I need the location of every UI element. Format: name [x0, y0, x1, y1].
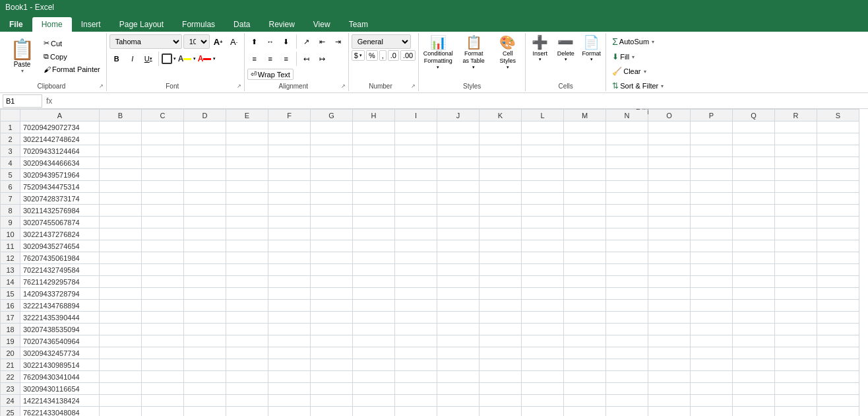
cell-I4[interactable]	[395, 157, 437, 169]
cell-D11[interactable]	[184, 240, 226, 252]
cell-B6[interactable]	[100, 181, 142, 193]
cell-E10[interactable]	[226, 228, 268, 240]
cell-D5[interactable]	[184, 169, 226, 181]
cell-I20[interactable]	[395, 347, 437, 359]
cell-D15[interactable]	[184, 288, 226, 300]
cell-Q4[interactable]	[733, 157, 775, 169]
tab-view[interactable]: View	[304, 17, 340, 32]
cell-I18[interactable]	[395, 324, 437, 335]
cell-S3[interactable]	[817, 145, 859, 157]
cell-N12[interactable]	[606, 252, 648, 264]
cell-J8[interactable]	[437, 205, 480, 217]
cell-P8[interactable]	[691, 205, 733, 217]
cell-D16[interactable]	[184, 300, 226, 312]
cell-P10[interactable]	[691, 228, 733, 240]
cell-S17[interactable]	[817, 312, 859, 324]
cell-H15[interactable]	[353, 288, 395, 300]
cell-Q15[interactable]	[733, 288, 775, 300]
cell-I8[interactable]	[395, 205, 437, 217]
cell-D10[interactable]	[184, 228, 226, 240]
tab-insert[interactable]: Insert	[72, 17, 110, 32]
cell-F14[interactable]	[268, 276, 311, 288]
cell-I2[interactable]	[395, 133, 437, 145]
cell-G14[interactable]	[311, 276, 353, 288]
cell-O15[interactable]	[648, 288, 691, 300]
cell-A7[interactable]: 30207428373174	[20, 193, 100, 205]
cell-G15[interactable]	[311, 288, 353, 300]
cell-E23[interactable]	[226, 383, 268, 395]
cell-F24[interactable]	[268, 395, 311, 407]
cell-I21[interactable]	[395, 359, 437, 371]
underline-button[interactable]: U ▾	[141, 52, 156, 66]
cell-J1[interactable]	[437, 121, 480, 133]
cell-M10[interactable]	[564, 228, 606, 240]
align-middle-button[interactable]: ↔	[263, 34, 278, 49]
cell-R9[interactable]	[775, 217, 817, 228]
cell-M4[interactable]	[564, 157, 606, 169]
cell-I13[interactable]	[395, 264, 437, 276]
cell-P17[interactable]	[691, 312, 733, 324]
cell-F12[interactable]	[268, 252, 311, 264]
cell-D17[interactable]	[184, 312, 226, 324]
cell-J14[interactable]	[437, 276, 480, 288]
cell-A11[interactable]: 30209435274654	[20, 240, 100, 252]
cell-B9[interactable]	[100, 217, 142, 228]
cell-K20[interactable]	[480, 347, 522, 359]
cell-Q14[interactable]	[733, 276, 775, 288]
cell-M23[interactable]	[564, 383, 606, 395]
cell-S2[interactable]	[817, 133, 859, 145]
cell-R5[interactable]	[775, 169, 817, 181]
tab-data[interactable]: Data	[224, 17, 259, 32]
increase-font-button[interactable]: A+	[211, 34, 226, 49]
insert-button[interactable]: ➕ Insert ▾	[528, 34, 551, 62]
cell-C24[interactable]	[142, 395, 184, 407]
align-top-button[interactable]: ⬆	[247, 34, 262, 49]
cell-I14[interactable]	[395, 276, 437, 288]
cell-P7[interactable]	[691, 193, 733, 205]
clipboard-expand-icon[interactable]: ↗	[99, 83, 104, 89]
cell-F3[interactable]	[268, 145, 311, 157]
cell-K13[interactable]	[480, 264, 522, 276]
cell-F19[interactable]	[268, 335, 311, 347]
cell-D14[interactable]	[184, 276, 226, 288]
cell-N10[interactable]	[606, 228, 648, 240]
cell-L3[interactable]	[522, 145, 564, 157]
comma-button[interactable]: ,	[379, 50, 387, 61]
tab-pagelayout[interactable]: Page Layout	[110, 17, 173, 32]
cell-H10[interactable]	[353, 228, 395, 240]
cell-J10[interactable]	[437, 228, 480, 240]
cell-P20[interactable]	[691, 347, 733, 359]
cell-K8[interactable]	[480, 205, 522, 217]
cell-J18[interactable]	[437, 324, 480, 335]
cell-E14[interactable]	[226, 276, 268, 288]
cell-C21[interactable]	[142, 359, 184, 371]
cell-P15[interactable]	[691, 288, 733, 300]
cell-D12[interactable]	[184, 252, 226, 264]
cell-H14[interactable]	[353, 276, 395, 288]
cell-N13[interactable]	[606, 264, 648, 276]
cell-I23[interactable]	[395, 383, 437, 395]
font-name-select[interactable]: Tahoma	[109, 34, 182, 49]
cell-H13[interactable]	[353, 264, 395, 276]
cell-E19[interactable]	[226, 335, 268, 347]
cell-R10[interactable]	[775, 228, 817, 240]
cell-F15[interactable]	[268, 288, 311, 300]
cell-N21[interactable]	[606, 359, 648, 371]
cell-S6[interactable]	[817, 181, 859, 193]
tab-file[interactable]: File	[0, 17, 32, 32]
cell-R4[interactable]	[775, 157, 817, 169]
cell-H5[interactable]	[353, 169, 395, 181]
cell-G20[interactable]	[311, 347, 353, 359]
cell-C2[interactable]	[142, 133, 184, 145]
cell-H4[interactable]	[353, 157, 395, 169]
cell-reference-input[interactable]	[3, 94, 42, 108]
cell-A6[interactable]: 75209434475314	[20, 181, 100, 193]
cell-D7[interactable]	[184, 193, 226, 205]
cell-A2[interactable]: 30221442748624	[20, 133, 100, 145]
cell-I15[interactable]	[395, 288, 437, 300]
cell-O16[interactable]	[648, 300, 691, 312]
align-left-button[interactable]: ≡	[247, 52, 262, 66]
cell-styles-button[interactable]: 🎨 CellStyles ▾	[493, 34, 522, 70]
cell-Q16[interactable]	[733, 300, 775, 312]
cell-P18[interactable]	[691, 324, 733, 335]
